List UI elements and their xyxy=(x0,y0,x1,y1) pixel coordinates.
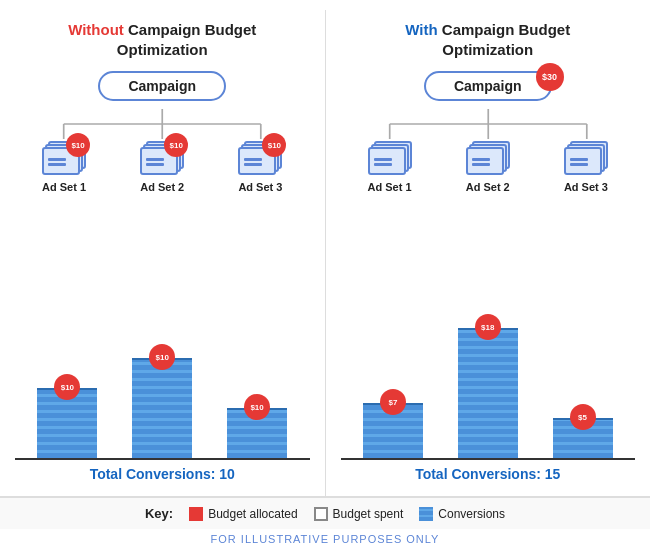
adset-label-2-without: Ad Set 2 xyxy=(140,181,184,193)
panel-without: Without Campaign BudgetOptimization Camp… xyxy=(0,10,326,496)
legend-area: Key: Budget allocated Budget spent Conve… xyxy=(0,497,650,529)
campaign-badge-with: $30 xyxy=(536,63,564,91)
ad-icon-1-without: $10 xyxy=(42,141,86,177)
ad-icon-2-without: $10 xyxy=(140,141,184,177)
legend-text-conversions: Conversions xyxy=(438,507,505,521)
bar-group-1-without: $10 xyxy=(37,388,97,458)
campaign-box-with: Campaign $30 xyxy=(424,71,552,101)
ad-icon-line xyxy=(48,163,66,166)
bar-2-with xyxy=(458,328,518,458)
bar-group-3-without: $10 xyxy=(227,408,287,458)
ad-badge-3-without: $10 xyxy=(262,133,286,157)
adset-label-1-with: Ad Set 1 xyxy=(368,181,412,193)
bar-group-1-with: $7 xyxy=(363,403,423,458)
ad-icon-inner-2 xyxy=(468,149,506,177)
ad-icon-line xyxy=(244,163,262,166)
ad-icon-line xyxy=(244,158,262,161)
adset-item-1-without: $10 Ad Set 1 xyxy=(42,141,86,193)
ad-icon-line xyxy=(48,158,66,161)
ad-icon-3-with xyxy=(564,141,608,177)
footer-note: FOR ILLUSTRATIVE PURPOSES ONLY xyxy=(0,529,650,549)
legend-item-conversions: Conversions xyxy=(419,507,505,521)
adset-label-3-without: Ad Set 3 xyxy=(238,181,282,193)
bar-group-3-with: $5 xyxy=(553,418,613,458)
ad-icon-inner-3 xyxy=(566,149,604,177)
campaign-box-without: Campaign xyxy=(98,71,226,101)
bars-with: $7 $18 $5 xyxy=(341,330,636,460)
bar-group-2-with: $18 xyxy=(458,328,518,458)
legend-icon-blue xyxy=(419,507,433,521)
adset-label-2-with: Ad Set 2 xyxy=(466,181,510,193)
campaign-area-with: Campaign $30 xyxy=(341,71,636,101)
ad-icon-line xyxy=(146,158,164,161)
ad-icon-3-without: $10 xyxy=(238,141,282,177)
ad-icon-line xyxy=(374,163,392,166)
adset-item-2-with: Ad Set 2 xyxy=(466,141,510,193)
legend-key-label: Key: xyxy=(145,506,173,521)
ad-icon-line xyxy=(570,158,588,161)
bars-without: $10 $10 $10 xyxy=(15,330,310,460)
legend-text-budget-spent: Budget spent xyxy=(333,507,404,521)
ad-badge-1-without: $10 xyxy=(66,133,90,157)
chart-area-without: $10 $10 $10 Total Conversions: 10 xyxy=(15,201,310,482)
campaign-label-with: Campaign xyxy=(454,78,522,94)
legend-item-budget-spent: Budget spent xyxy=(314,507,404,521)
adsets-row-without: $10 Ad Set 1 $10 xyxy=(15,141,310,193)
ad-icon-line xyxy=(472,158,490,161)
legend-text-budget-allocated: Budget allocated xyxy=(208,507,297,521)
adset-item-2-without: $10 Ad Set 2 xyxy=(140,141,184,193)
total-without: Total Conversions: 10 xyxy=(15,466,310,482)
adset-item-3-without: $10 Ad Set 3 xyxy=(238,141,282,193)
ad-icon-1-with xyxy=(368,141,412,177)
ad-icon-line xyxy=(570,163,588,166)
tree-lines-without xyxy=(15,109,310,139)
ad-icon-line xyxy=(374,158,392,161)
title-prefix-with: With xyxy=(405,21,437,38)
adset-item-3-with: Ad Set 3 xyxy=(564,141,608,193)
panel-with: With Campaign BudgetOptimization Campaig… xyxy=(326,10,651,496)
adsets-row-with: Ad Set 1 Ad Set 2 xyxy=(341,141,636,193)
panel-title-with: With Campaign BudgetOptimization xyxy=(405,20,570,59)
adset-label-1-without: Ad Set 1 xyxy=(42,181,86,193)
title-prefix-without: Without xyxy=(68,21,124,38)
panels: Without Campaign BudgetOptimization Camp… xyxy=(0,10,650,497)
bar-badge-2-with: $18 xyxy=(475,314,501,340)
title-rest-with: Campaign BudgetOptimization xyxy=(442,21,570,58)
bar-badge-3-without: $10 xyxy=(244,394,270,420)
bar-group-2-without: $10 xyxy=(132,358,192,458)
adset-label-3-with: Ad Set 3 xyxy=(564,181,608,193)
campaign-area-without: Campaign xyxy=(15,71,310,101)
bar-2-without xyxy=(132,358,192,458)
panel-title-without: Without Campaign BudgetOptimization xyxy=(68,20,256,59)
ad-icon-inner-1 xyxy=(370,149,408,177)
bar-badge-1-with: $7 xyxy=(380,389,406,415)
campaign-label-without: Campaign xyxy=(128,78,196,94)
legend-icon-outline xyxy=(314,507,328,521)
chart-area-with: $7 $18 $5 Total Conversions: 15 xyxy=(341,201,636,482)
legend-icon-red xyxy=(189,507,203,521)
legend-item-budget-allocated: Budget allocated xyxy=(189,507,297,521)
ad-badge-2-without: $10 xyxy=(164,133,188,157)
total-with: Total Conversions: 15 xyxy=(341,466,636,482)
ad-icon-2-with xyxy=(466,141,510,177)
adset-item-1-with: Ad Set 1 xyxy=(368,141,412,193)
title-rest-without: Campaign BudgetOptimization xyxy=(117,21,257,58)
ad-icon-line xyxy=(146,163,164,166)
bar-badge-3-with: $5 xyxy=(570,404,596,430)
main-container: Without Campaign BudgetOptimization Camp… xyxy=(0,0,650,549)
tree-lines-with xyxy=(341,109,636,139)
ad-icon-line xyxy=(472,163,490,166)
